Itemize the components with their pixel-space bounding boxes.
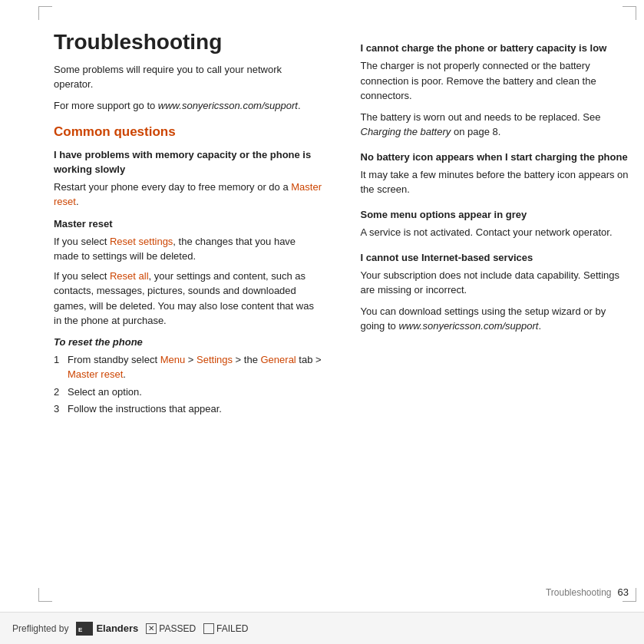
master-reset-link-1[interactable]: Master reset <box>54 181 322 208</box>
memory-problem-heading: I have problems with memory capacity or … <box>54 148 322 176</box>
general-tab-link[interactable]: General <box>261 354 296 365</box>
page: Troubleshooting Some problems will requi… <box>0 0 644 644</box>
passed-checkbox: ✕ <box>146 623 157 634</box>
page-number: 63 <box>618 586 629 598</box>
battery-worn-body: The battery is worn out and needs to be … <box>361 110 629 140</box>
settings-link[interactable]: Settings <box>197 354 233 365</box>
reset-all-body: If you select Reset all, your settings a… <box>54 269 322 329</box>
elanders-brand: Elanders <box>96 623 138 634</box>
charging-battery-link: Charging the battery <box>361 126 451 137</box>
memory-problem-body: Restart your phone every day to free mem… <box>54 180 322 210</box>
step-3: 3 Follow the instructions that appear. <box>54 401 322 417</box>
internet-services-heading: I cannot use Internet-based services <box>361 251 629 265</box>
cannot-charge-heading: I cannot charge the phone or battery cap… <box>361 41 629 55</box>
step-2: 2 Select an option. <box>54 385 322 400</box>
right-column: I cannot charge the phone or battery cap… <box>353 31 629 590</box>
content-area: Troubleshooting Some problems will requi… <box>54 31 629 590</box>
footer-label: Troubleshooting <box>546 587 612 598</box>
crop-mark-top-left <box>38 6 52 20</box>
failed-checkbox <box>203 623 214 634</box>
support-link-right[interactable]: www.sonyericsson.com/support <box>398 320 538 332</box>
failed-label: FAILED <box>216 623 248 634</box>
passed-badge: ✕ PASSED <box>146 623 196 634</box>
footer: Troubleshooting 63 <box>546 586 629 598</box>
master-reset-link-2[interactable]: Master reset <box>68 368 123 380</box>
crop-mark-top-right <box>623 6 636 20</box>
reset-steps-list: 1 From standby select Menu > Settings > … <box>54 352 322 417</box>
to-reset-heading: To reset the phone <box>54 336 322 348</box>
elanders-logo: E Elanders <box>76 622 138 636</box>
preflighted-label: Preflighted by <box>12 623 68 634</box>
master-reset-heading: Master reset <box>54 217 322 231</box>
support-link-intro[interactable]: www.sonyericsson.com/support <box>158 100 298 111</box>
left-column: Troubleshooting Some problems will requi… <box>54 31 330 590</box>
common-questions-heading: Common questions <box>54 124 322 140</box>
internet-services-body: Your subscription does not include data … <box>361 268 629 298</box>
crop-mark-bottom-left <box>38 588 52 602</box>
menu-grey-body: A service is not activated. Contact your… <box>361 225 629 240</box>
no-battery-icon-body: It may take a few minutes before the bat… <box>361 167 629 197</box>
page-title: Troubleshooting <box>54 31 322 54</box>
menu-grey-heading: Some menu options appear in grey <box>361 208 629 222</box>
menu-link[interactable]: Menu <box>160 354 186 365</box>
step-1: 1 From standby select Menu > Settings > … <box>54 352 322 382</box>
intro-paragraph-2: For more support go to www.sonyericsson.… <box>54 98 322 114</box>
reset-settings-body: If you select Reset settings, the change… <box>54 234 322 264</box>
preflight-bar: Preflighted by E Elanders ✕ PASSED FAILE… <box>0 612 644 644</box>
cannot-charge-body: The charger is not properly connected or… <box>361 58 629 104</box>
failed-badge: FAILED <box>203 623 248 634</box>
reset-all-link[interactable]: Reset all <box>110 270 149 282</box>
reset-settings-link[interactable]: Reset settings <box>110 236 173 247</box>
svg-text:E: E <box>78 626 83 633</box>
passed-label: PASSED <box>159 623 196 634</box>
elanders-icon: E <box>76 622 93 636</box>
intro-paragraph-1: Some problems will require you to call y… <box>54 62 322 92</box>
download-settings-body: You can download settings using the setu… <box>361 304 629 334</box>
no-battery-icon-heading: No battery icon appears when I start cha… <box>361 150 629 164</box>
